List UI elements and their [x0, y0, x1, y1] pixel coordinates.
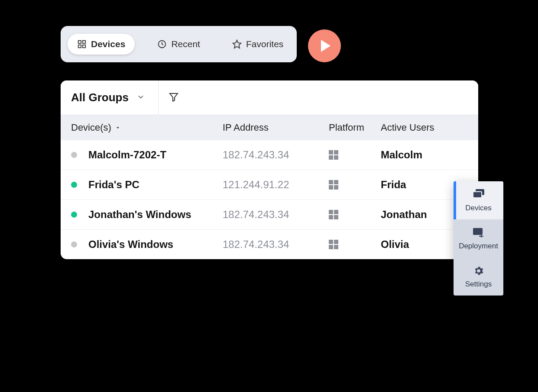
chevron-down-icon: [136, 91, 145, 104]
header-ip-label: IP Address: [223, 122, 269, 133]
header-platform[interactable]: Platform: [329, 122, 381, 133]
gear-icon: [473, 265, 484, 276]
header-user[interactable]: Active Users: [381, 122, 468, 133]
windows-icon: [329, 210, 381, 219]
ip-address: 182.74.243.34: [223, 149, 289, 161]
table-row[interactable]: Olivia's Windows 182.74.243.34 Olivia: [61, 230, 478, 259]
rail-label: Settings: [465, 280, 492, 289]
tab-label: Recent: [171, 39, 200, 49]
header-device[interactable]: Device(s): [71, 122, 223, 133]
clock-icon: [157, 39, 167, 49]
top-tab-bar: Devices Recent Favorites: [61, 26, 297, 62]
device-name: Jonathan's Windows: [88, 209, 191, 221]
device-name: Olivia's Windows: [88, 238, 173, 251]
group-selector-label: All Groups: [71, 91, 129, 104]
active-user: Malcolm: [381, 149, 422, 161]
funnel-icon: [169, 92, 179, 104]
active-user: Olivia: [381, 238, 409, 250]
monitors-icon: [472, 189, 485, 200]
header-ip[interactable]: IP Address: [223, 122, 329, 133]
tab-favorites[interactable]: Favorites: [223, 34, 293, 55]
table-row[interactable]: Frida's PC 121.244.91.22 Frida: [61, 170, 478, 200]
ip-address: 182.74.243.34: [223, 209, 289, 220]
rail-item-settings[interactable]: Settings: [454, 257, 503, 296]
play-button[interactable]: [308, 29, 341, 62]
table-row[interactable]: Malcolm-7202-T 182.74.243.34 Malcolm: [61, 140, 478, 170]
tab-label: Devices: [91, 39, 125, 49]
windows-icon: [329, 150, 381, 160]
svg-rect-1: [83, 41, 85, 43]
active-user: Frida: [381, 179, 406, 190]
svg-rect-3: [83, 45, 85, 48]
table-row[interactable]: Jonathan's Windows 182.74.243.34 Jonatha…: [61, 200, 478, 230]
header-user-label: Active Users: [381, 122, 434, 133]
svg-rect-9: [473, 228, 483, 235]
side-rail: Devices Deployment Settings: [454, 181, 503, 296]
svg-marker-6: [170, 93, 178, 101]
status-dot-offline-icon: [71, 152, 77, 158]
deployment-icon: [472, 227, 485, 238]
card-toolbar: All Groups: [61, 80, 478, 115]
svg-rect-0: [78, 41, 81, 43]
tab-recent[interactable]: Recent: [148, 34, 210, 55]
sort-desc-icon: [115, 125, 121, 131]
rail-label: Deployment: [459, 242, 498, 251]
filter-button[interactable]: [159, 80, 189, 115]
group-selector[interactable]: All Groups: [61, 80, 159, 115]
windows-icon: [329, 180, 381, 190]
status-dot-offline-icon: [71, 241, 77, 247]
windows-icon: [329, 240, 381, 249]
rail-item-devices[interactable]: Devices: [454, 181, 503, 219]
devices-card: All Groups Device(s) IP Address Platform…: [61, 80, 478, 259]
device-name: Frida's PC: [88, 179, 139, 191]
tab-devices[interactable]: Devices: [68, 34, 135, 55]
header-platform-label: Platform: [329, 122, 364, 133]
active-user: Jonathan: [381, 209, 427, 220]
tab-label: Favorites: [246, 39, 283, 49]
status-dot-online-icon: [71, 212, 77, 218]
device-name: Malcolm-7202-T: [88, 149, 166, 161]
rail-item-deployment[interactable]: Deployment: [454, 219, 503, 257]
svg-rect-2: [78, 45, 81, 48]
svg-marker-5: [233, 40, 241, 48]
table-header: Device(s) IP Address Platform Active Use…: [61, 115, 478, 140]
ip-address: 182.74.243.34: [223, 238, 289, 250]
header-device-label: Device(s): [71, 122, 111, 133]
rail-label: Devices: [465, 204, 491, 212]
svg-rect-11: [479, 236, 483, 237]
svg-rect-8: [473, 192, 482, 198]
grid-icon: [77, 39, 87, 49]
status-dot-online-icon: [71, 182, 77, 188]
ip-address: 121.244.91.22: [223, 179, 289, 190]
star-icon: [232, 39, 242, 49]
